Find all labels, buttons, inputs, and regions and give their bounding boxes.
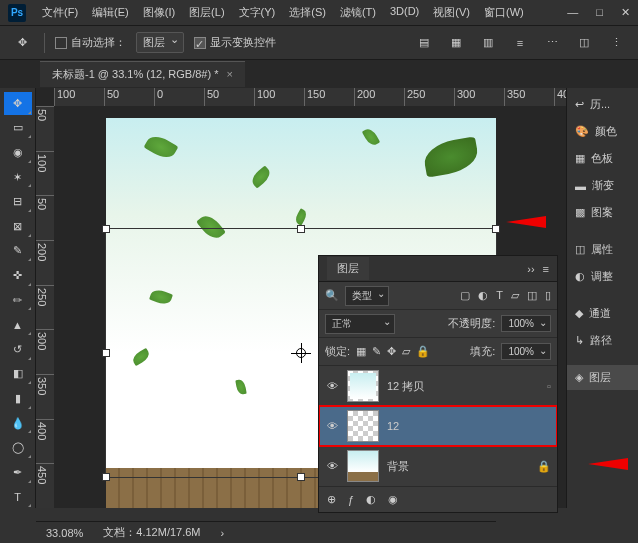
- menu-select[interactable]: 选择(S): [283, 2, 332, 23]
- move-tool-icon[interactable]: ✥: [10, 31, 34, 55]
- eraser-tool[interactable]: ◧: [4, 363, 32, 386]
- filter-adjust-icon[interactable]: ◐: [478, 289, 488, 302]
- align-right-icon[interactable]: ▥: [476, 31, 500, 55]
- wand-tool[interactable]: ✶: [4, 166, 32, 189]
- target-select[interactable]: 图层: [136, 32, 184, 53]
- dodge-tool[interactable]: ◯: [4, 436, 32, 459]
- minimize-button[interactable]: —: [567, 6, 578, 19]
- align-center-icon[interactable]: ▦: [444, 31, 468, 55]
- menu-filter[interactable]: 滤镜(T): [334, 2, 382, 23]
- pen-tool[interactable]: ✒: [4, 461, 32, 484]
- 3d-mode-icon[interactable]: ◫: [572, 31, 596, 55]
- panel-menu-icon[interactable]: ≡: [543, 263, 549, 275]
- visibility-icon[interactable]: 👁: [325, 420, 339, 432]
- move-tool[interactable]: ✥: [4, 92, 32, 115]
- dock-history[interactable]: ↩历...: [567, 92, 638, 117]
- lock-artboard-icon[interactable]: ▱: [402, 345, 410, 358]
- collapse-icon[interactable]: ››: [527, 263, 534, 275]
- filter-shape-icon[interactable]: ▱: [511, 289, 519, 302]
- maximize-button[interactable]: □: [596, 6, 603, 19]
- lasso-tool[interactable]: ◉: [4, 141, 32, 164]
- brush-tool[interactable]: ✏: [4, 289, 32, 312]
- layer-item[interactable]: 👁 12 拷贝 ▫: [319, 366, 557, 406]
- leaf-graphic: [144, 132, 179, 163]
- marquee-tool[interactable]: ▭: [4, 117, 32, 140]
- distribute-icon[interactable]: ≡: [508, 31, 532, 55]
- lock-all-icon[interactable]: 🔒: [416, 345, 430, 358]
- adjustment-icon[interactable]: ◉: [388, 493, 398, 506]
- frame-tool[interactable]: ⊠: [4, 215, 32, 238]
- status-chevron-icon[interactable]: ›: [221, 527, 225, 539]
- auto-select-checkbox[interactable]: [55, 37, 67, 49]
- show-transform-checkbox[interactable]: ✓: [194, 37, 206, 49]
- close-tab-icon[interactable]: ×: [226, 68, 232, 80]
- fill-value[interactable]: 100%: [501, 343, 551, 360]
- menu-window[interactable]: 窗口(W): [478, 2, 530, 23]
- dock-color[interactable]: 🎨颜色: [567, 119, 638, 144]
- search-icon[interactable]: 🔍: [325, 289, 339, 302]
- visibility-icon[interactable]: 👁: [325, 460, 339, 472]
- gradient-tool[interactable]: ▮: [4, 387, 32, 410]
- menu-layer[interactable]: 图层(L): [183, 2, 230, 23]
- dock-channels[interactable]: ◆通道: [567, 301, 638, 326]
- zoom-level[interactable]: 33.08%: [46, 527, 83, 539]
- lock-pixels-icon[interactable]: ▦: [356, 345, 366, 358]
- heal-tool[interactable]: ✜: [4, 264, 32, 287]
- blur-tool[interactable]: 💧: [4, 412, 32, 435]
- dock-paths[interactable]: ↳路径: [567, 328, 638, 353]
- dock-adjust[interactable]: ◐调整: [567, 264, 638, 289]
- blend-mode-select[interactable]: 正常: [325, 314, 395, 334]
- fx-icon[interactable]: ƒ: [348, 494, 354, 506]
- gradient-icon: ▬: [575, 180, 586, 192]
- handle-ne[interactable]: [492, 225, 500, 233]
- dock-properties[interactable]: ◫属性: [567, 237, 638, 262]
- opacity-value[interactable]: 100%: [501, 315, 551, 332]
- filter-type-icon[interactable]: T: [496, 289, 503, 302]
- layer-thumb[interactable]: [347, 410, 379, 442]
- menu-type[interactable]: 文字(Y): [233, 2, 282, 23]
- layer-name[interactable]: 背景: [387, 459, 409, 474]
- menu-3d[interactable]: 3D(D): [384, 2, 425, 23]
- layer-name[interactable]: 12 拷贝: [387, 379, 424, 394]
- layer-thumb[interactable]: [347, 450, 379, 482]
- doc-size[interactable]: 文档：4.12M/17.6M: [103, 525, 200, 540]
- crop-tool[interactable]: ⊟: [4, 190, 32, 213]
- type-tool[interactable]: T: [4, 486, 32, 509]
- align-left-icon[interactable]: ▤: [412, 31, 436, 55]
- leaf-graphic: [422, 136, 481, 177]
- visibility-icon[interactable]: 👁: [325, 380, 339, 392]
- filter-type-select[interactable]: 类型: [345, 286, 389, 306]
- leaf-graphic: [149, 287, 173, 306]
- menu-file[interactable]: 文件(F): [36, 2, 84, 23]
- layer-item-selected[interactable]: 👁 12: [319, 406, 557, 446]
- handle-nw[interactable]: [102, 225, 110, 233]
- layer-name[interactable]: 12: [387, 420, 399, 432]
- overflow-icon[interactable]: ⋮: [604, 31, 628, 55]
- dock-layers[interactable]: ◈图层: [567, 365, 638, 390]
- dock-gradient[interactable]: ▬渐变: [567, 173, 638, 198]
- document-tab[interactable]: 未标题-1 @ 33.1% (12, RGB/8#) *×: [40, 61, 245, 87]
- status-bar: 33.08% 文档：4.12M/17.6M ›: [36, 521, 496, 543]
- mask-icon[interactable]: ◐: [366, 493, 376, 506]
- layer-item[interactable]: 👁 背景 🔒: [319, 446, 557, 486]
- dock-pattern[interactable]: ▩图案: [567, 200, 638, 225]
- eyedropper-tool[interactable]: ✎: [4, 240, 32, 263]
- menu-edit[interactable]: 编辑(E): [86, 2, 135, 23]
- lock-position-icon[interactable]: ✎: [372, 345, 381, 358]
- menu-image[interactable]: 图像(I): [137, 2, 181, 23]
- lock-move-icon[interactable]: ✥: [387, 345, 396, 358]
- filter-smart-icon[interactable]: ◫: [527, 289, 537, 302]
- filter-pixel-icon[interactable]: ▢: [460, 289, 470, 302]
- history-brush-tool[interactable]: ↺: [4, 338, 32, 361]
- stamp-tool[interactable]: ▲: [4, 313, 32, 336]
- handle-w[interactable]: [102, 349, 110, 357]
- handle-n[interactable]: [297, 225, 305, 233]
- layers-tab[interactable]: 图层: [327, 257, 369, 280]
- close-button[interactable]: ✕: [621, 6, 630, 19]
- dock-swatches[interactable]: ▦色板: [567, 146, 638, 171]
- filter-toggle-icon[interactable]: ▯: [545, 289, 551, 302]
- link-layers-icon[interactable]: ⊕: [327, 493, 336, 506]
- more-align-icon[interactable]: ⋯: [540, 31, 564, 55]
- menu-view[interactable]: 视图(V): [427, 2, 476, 23]
- layer-thumb[interactable]: [347, 370, 379, 402]
